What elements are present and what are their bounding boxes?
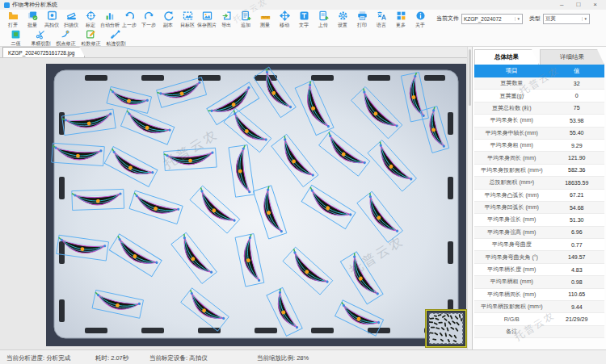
minimize-button[interactable]: – <box>560 1 563 9</box>
settings-icon <box>338 10 348 21</box>
maximize-button[interactable]: □ <box>576 1 580 9</box>
tab-overall-results[interactable]: 总体结果 <box>474 49 539 65</box>
item-label: 平均果身弦高 (mm) <box>474 228 549 236</box>
window-title: 作物考种分析系统 <box>12 1 57 9</box>
table-row: 总投影面积 (mm²)18635.59 <box>474 177 604 189</box>
open-icon <box>8 10 19 21</box>
table-row: 平均果身周长 (mm)121.90 <box>474 152 604 164</box>
toolbar-button-grain-count-fix[interactable]: 粒数修正 <box>78 29 103 48</box>
table-row: 平均果柄长度 (mm)4.83 <box>474 264 604 276</box>
results-table-header: 项目 值 <box>474 65 604 77</box>
item-label: 平均果身弯曲度 <box>474 241 549 249</box>
item-value: 110.65 <box>549 291 604 297</box>
item-label: 平均果柄周长 (mm) <box>474 291 549 299</box>
item-value: 149.57 <box>549 254 604 260</box>
batch-icon <box>27 10 38 21</box>
item-label: 平均果柄粗 (mm) <box>474 278 549 286</box>
toolbar-button-settings[interactable]: 设置 <box>333 10 352 29</box>
current-file-dropdown[interactable]: KZGP_2024072 ▼ <box>461 14 523 24</box>
tab-detailed-results[interactable]: 详细结果 <box>540 49 604 65</box>
item-value: 18635.59 <box>549 180 604 186</box>
item-value: 53.98 <box>549 118 604 123</box>
item-value: 0.98 <box>549 279 604 285</box>
toolbar-button-batch[interactable]: 批量 <box>23 10 42 29</box>
toolbar-button-inflection-fix[interactable]: 拐点修正 <box>53 29 78 48</box>
item-label: 平均果身凸弧长 (mm) <box>474 191 549 199</box>
main-toolbar: 打开批量高拍仪扫描仪标定自动分析上一步下一步副本目标区保存图片导出追加测量移动文… <box>0 10 606 28</box>
toolbar-button-target-area[interactable]: 目标区 <box>178 10 197 29</box>
toolbar-button-export[interactable]: 导出 <box>217 10 236 29</box>
results-panel: 总体结果 详细结果 项目 值 豆荚数量32豆荚重(g)0豆荚总粒数 (粒)75平… <box>472 47 606 349</box>
item-value: 6.96 <box>549 229 604 235</box>
column-item: 项目 <box>474 67 549 75</box>
toolbar-button-about[interactable]: 关于 <box>410 10 430 29</box>
chevron-down-icon: ▼ <box>582 17 587 21</box>
item-label: 备注 <box>474 328 549 336</box>
image-viewer[interactable]: 托普云农 托普云农 <box>0 58 467 349</box>
item-value: 67.21 <box>549 192 604 198</box>
table-row: 豆荚总粒数 (粒)75 <box>474 103 604 115</box>
edit-toolbar: 二值果柄切割拐点修正粒数修正粘连切割 <box>0 28 606 47</box>
item-label: 平均果柄投影面积 (mm²) <box>474 303 549 311</box>
toolbar-button-move[interactable]: 移动 <box>275 10 294 29</box>
item-value: 9.44 <box>549 304 604 310</box>
toolbar-button-duplicate[interactable]: 副本 <box>158 10 178 29</box>
auto-analyze-icon <box>105 10 116 21</box>
toolbar-button-print[interactable]: 打印 <box>352 10 372 29</box>
toolbar-button-undo[interactable]: 上一步 <box>120 10 139 29</box>
item-label: 平均果身弦长 (mm) <box>474 215 549 224</box>
document-tab[interactable]: KZGP_20240725161728.jpg <box>2 47 85 57</box>
status-bar: 当前分析进度: 分析完成 耗时: 2.07秒 当前标定设备: 高拍仪 当前缩放比… <box>0 349 606 364</box>
stalk-cut-icon <box>36 29 46 40</box>
type-value: 豆荚 <box>545 15 556 23</box>
item-value: 0 <box>549 93 604 98</box>
item-value: 21/29/29 <box>549 316 604 322</box>
type-label: 类型 <box>529 15 541 23</box>
print-icon <box>357 10 368 21</box>
table-row: 平均果身弯曲度0.77 <box>474 239 604 251</box>
binary-icon <box>11 29 21 40</box>
item-label: 豆荚重(g) <box>474 92 549 100</box>
text-icon <box>299 10 309 21</box>
toolbar-button-stalk-cut[interactable]: 果柄切割 <box>28 29 53 48</box>
toolbar-button-doc-camera[interactable]: 高拍仪 <box>42 10 61 29</box>
toolbar-button-adhesion-cut[interactable]: 粘连切割 <box>103 29 128 48</box>
light-tray <box>54 70 458 338</box>
item-value: 4.83 <box>549 267 604 273</box>
toolbar-button-redo[interactable]: 下一步 <box>139 10 158 29</box>
overview-thumbnail[interactable] <box>426 310 466 347</box>
table-row: 平均果身中轴长(mm)55.40 <box>474 128 604 140</box>
toolbar-button-upload[interactable]: 上传 <box>314 10 333 29</box>
app-icon <box>4 2 10 8</box>
toolbar-button-scanner[interactable]: 扫描仪 <box>61 10 81 29</box>
toolbar-button-measure[interactable]: 测量 <box>255 10 275 29</box>
toolbar-button-open[interactable]: 打开 <box>3 10 23 29</box>
toolbar-button-more[interactable]: 更多 <box>391 10 410 29</box>
adhesion-cut-icon <box>111 29 121 40</box>
title-bar: 作物考种分析系统 – □ × <box>0 0 606 10</box>
type-dropdown[interactable]: 豆荚 ▼ <box>543 14 590 24</box>
item-label: R/G/B <box>474 316 549 322</box>
toolbar-button-text[interactable]: 文字 <box>294 10 314 29</box>
toolbar-button-calibrate[interactable]: 标定 <box>81 10 100 29</box>
toolbar-button-language[interactable]: 语言 <box>372 10 391 29</box>
toolbar-button-binary[interactable]: 二值 <box>3 29 28 48</box>
toolbar-button-save-image[interactable]: 保存图片 <box>197 10 217 29</box>
table-row: 平均果身投影面积 (mm²)582.36 <box>474 165 604 177</box>
undo-icon <box>124 10 135 21</box>
results-tabs: 总体结果 详细结果 <box>474 49 604 65</box>
item-label: 平均果身周长 (mm) <box>474 154 549 162</box>
table-row: 平均果身凸弧长 (mm)67.21 <box>474 190 604 202</box>
column-value: 值 <box>549 67 604 75</box>
upload-icon <box>318 10 329 21</box>
item-value: 32 <box>549 81 604 86</box>
table-row: 备注 <box>474 326 604 338</box>
specimen-image[interactable]: 托普云农 托普云农 <box>46 64 466 346</box>
table-row: 平均果身粗 (mm)9.29 <box>474 140 604 152</box>
close-button[interactable]: × <box>593 1 597 9</box>
table-row: R/G/B21/29/29 <box>474 313 604 325</box>
status-elapsed: 耗时: 2.07秒 <box>95 354 128 362</box>
toolbar-button-auto-analyze[interactable]: 自动分析 <box>100 10 120 29</box>
item-label: 平均果身凹弧长 (mm) <box>474 203 549 211</box>
toolbar-button-append[interactable]: 追加 <box>236 10 255 29</box>
